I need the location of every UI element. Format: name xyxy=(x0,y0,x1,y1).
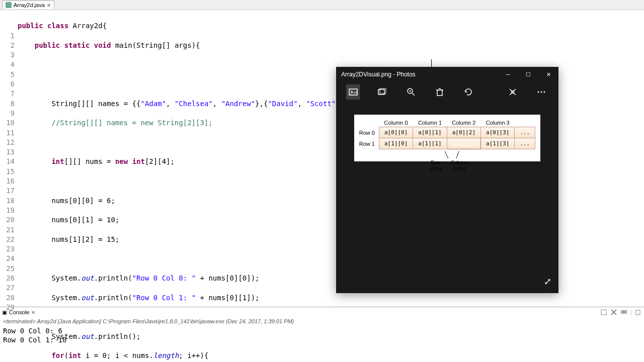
row-label: Row 0 xyxy=(359,127,379,138)
m-println: println xyxy=(98,274,128,282)
array-diagram: Column 0 Column 1 Column 2 Column 3 Row … xyxy=(354,115,541,161)
close-icon[interactable]: ✕ xyxy=(47,3,51,8)
type-stringarr: String[] xyxy=(136,41,170,49)
array-cell: a[0][1] xyxy=(413,127,447,138)
kw-public2: public xyxy=(35,41,60,49)
col-index-label: Column Index xyxy=(451,160,468,172)
fld-out2: out xyxy=(81,294,94,302)
slideshow-icon[interactable] xyxy=(375,84,388,100)
kw-int: int xyxy=(51,157,64,165)
assign12: nums[1][2] = 15; xyxy=(51,235,119,243)
col-header: Column 1 xyxy=(413,119,447,127)
delete-icon[interactable] xyxy=(433,84,446,100)
kw-int3: int xyxy=(68,351,81,359)
classname: Array2d xyxy=(73,22,103,30)
array-cell: ... xyxy=(515,138,535,149)
arrow-row xyxy=(444,151,448,159)
assign01: nums[0][1] = 10; xyxy=(51,216,119,224)
var-nums: nums xyxy=(86,157,103,165)
svg-point-22 xyxy=(538,92,539,93)
array-cell-highlighted: a[1][2] xyxy=(447,138,480,149)
str-david: "David" xyxy=(268,100,297,108)
photos-titlebar[interactable]: Array2DVisual.png - Photos ─ ☐ ✕ xyxy=(336,67,558,82)
param-args: args xyxy=(175,41,192,49)
str-scott: "Scott" xyxy=(306,100,336,108)
console-icon: ▣ xyxy=(2,309,7,316)
array-cell: a[1][3] xyxy=(481,138,515,149)
minimize-button[interactable]: ─ xyxy=(498,67,518,82)
array-cell: a[1][0] xyxy=(379,138,413,149)
assign00: nums[0][0] = 6; xyxy=(51,197,115,205)
init-i: i = 0 xyxy=(86,351,107,359)
svg-point-9 xyxy=(351,91,352,93)
cls-system2: System xyxy=(51,294,77,302)
photos-toolbar xyxy=(336,82,558,102)
array-cell: a[0][0] xyxy=(379,127,413,138)
kw-void: void xyxy=(94,41,111,49)
kw-class: class xyxy=(47,22,68,30)
kw-int2: int xyxy=(132,157,145,165)
array-cell: ... xyxy=(515,127,535,138)
zoom-icon[interactable] xyxy=(404,84,418,100)
photos-window[interactable]: Array2DVisual.png - Photos ─ ☐ ✕ Column … xyxy=(336,67,558,293)
java-file-icon xyxy=(6,2,12,8)
fld-out3: out xyxy=(81,332,94,340)
maximize-button[interactable]: ☐ xyxy=(518,67,538,82)
array-cell: a[0][2] xyxy=(447,127,480,138)
svg-rect-16 xyxy=(437,90,442,96)
col-header: Column 2 xyxy=(447,119,480,127)
editor-tabbar: Array2d.java ✕ xyxy=(0,0,644,10)
col-header: Column 0 xyxy=(379,119,413,127)
str-chelsea: "Chelsea" xyxy=(175,100,213,108)
kw-for: for xyxy=(51,351,64,359)
svg-point-24 xyxy=(544,92,545,93)
svg-point-23 xyxy=(541,92,542,93)
str-row00: "Row 0 Col 0: " xyxy=(132,274,196,282)
str-row01: "Row 0 Col 1: " xyxy=(132,294,196,302)
svg-line-13 xyxy=(412,93,415,96)
close-button[interactable]: ✕ xyxy=(538,67,558,82)
rotate-icon[interactable] xyxy=(462,84,475,100)
var-names: names xyxy=(98,100,119,108)
tab-filename: Array2d.java xyxy=(14,2,45,8)
type-string2d: String[][] xyxy=(51,100,94,108)
photos-content: Column 0 Column 1 Column 2 Column 3 Row … xyxy=(336,102,558,161)
cls-system3: System xyxy=(51,332,77,340)
edit-icon[interactable] xyxy=(506,84,519,100)
str-andrew: "Andrew" xyxy=(221,100,255,108)
line-gutter: 1234567891011121314151617181920212223242… xyxy=(0,10,18,307)
row-index-label: Row Index xyxy=(430,160,442,172)
inc-i: i++ xyxy=(187,351,200,359)
comment-names: //String[][] names = new String[2][3]; xyxy=(51,119,212,127)
fld-out: out xyxy=(81,274,94,282)
editor-tab[interactable]: Array2d.java ✕ xyxy=(2,1,54,9)
kw-static: static xyxy=(64,41,90,49)
m-println3: println xyxy=(98,332,128,340)
kw-public: public xyxy=(18,22,43,30)
kw-new: new xyxy=(115,157,128,165)
text-cursor xyxy=(431,59,432,67)
expr-nums01: nums[0][1] xyxy=(208,294,251,302)
fld-length: length xyxy=(153,351,179,359)
method-main: main xyxy=(115,41,132,49)
str-adam: "Adam" xyxy=(140,100,166,108)
fullscreen-icon[interactable]: ⤢ xyxy=(544,276,551,287)
expr-nums00: nums[0][0] xyxy=(208,274,251,282)
photos-title: Array2DVisual.png - Photos xyxy=(341,71,416,78)
arrow-col xyxy=(456,151,459,158)
more-icon[interactable] xyxy=(535,84,548,100)
row-label: Row 1 xyxy=(359,138,379,149)
cls-system: System xyxy=(51,274,77,282)
view-photo-icon[interactable] xyxy=(346,84,360,100)
m-println2: println xyxy=(98,294,128,302)
cond-i: i < nums. xyxy=(115,351,153,359)
array-cell: a[1][1] xyxy=(413,138,447,149)
array-cell: a[0][3] xyxy=(481,127,515,138)
col-header: Column 3 xyxy=(481,119,515,127)
dims: [2][4] xyxy=(145,157,171,165)
